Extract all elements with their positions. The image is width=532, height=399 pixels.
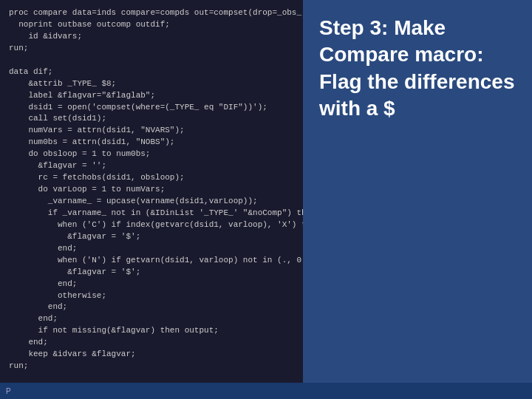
bottom-bar: P bbox=[0, 383, 532, 399]
code-block: proc compare data=inds compare=compds ou… bbox=[9, 7, 294, 372]
bottom-label: P bbox=[6, 387, 11, 395]
main-content: proc compare data=inds compare=compds ou… bbox=[0, 0, 532, 383]
step-title: Step 3: Make Compare macro: Flag the dif… bbox=[319, 15, 516, 123]
code-panel: proc compare data=inds compare=compds ou… bbox=[0, 0, 303, 383]
right-panel: Step 3: Make Compare macro: Flag the dif… bbox=[303, 0, 532, 383]
